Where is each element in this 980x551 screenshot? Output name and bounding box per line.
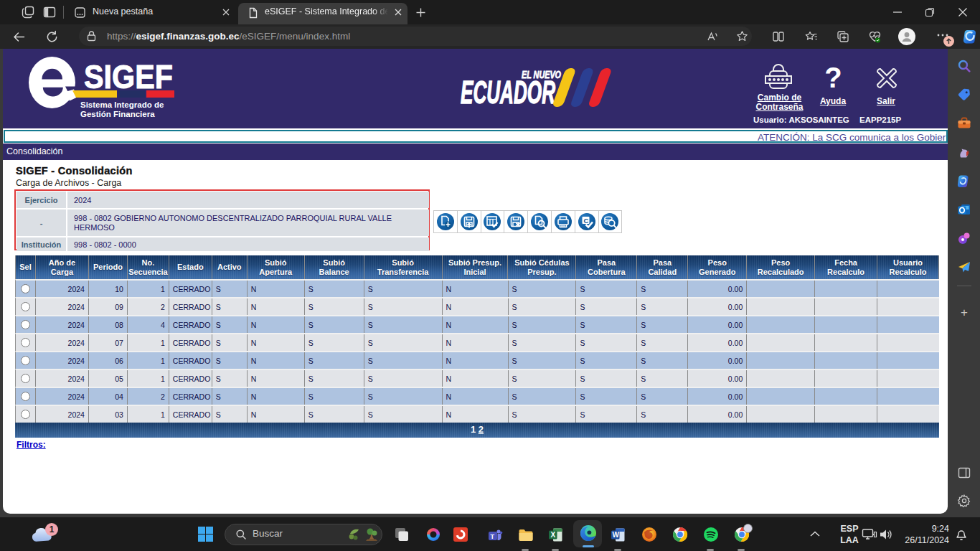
svg-text:ECUADOR: ECUADOR bbox=[461, 74, 555, 108]
svg-text:X: X bbox=[551, 531, 556, 539]
svg-text:C: C bbox=[583, 217, 588, 225]
svg-text:T: T bbox=[491, 533, 495, 540]
svg-text:W: W bbox=[613, 531, 620, 539]
svg-text:SIGEF: SIGEF bbox=[84, 57, 173, 95]
svg-text:Sistema Integrado de: Sistema Integrado de bbox=[80, 100, 164, 109]
svg-text:Gestión Financiera: Gestión Financiera bbox=[80, 110, 155, 118]
